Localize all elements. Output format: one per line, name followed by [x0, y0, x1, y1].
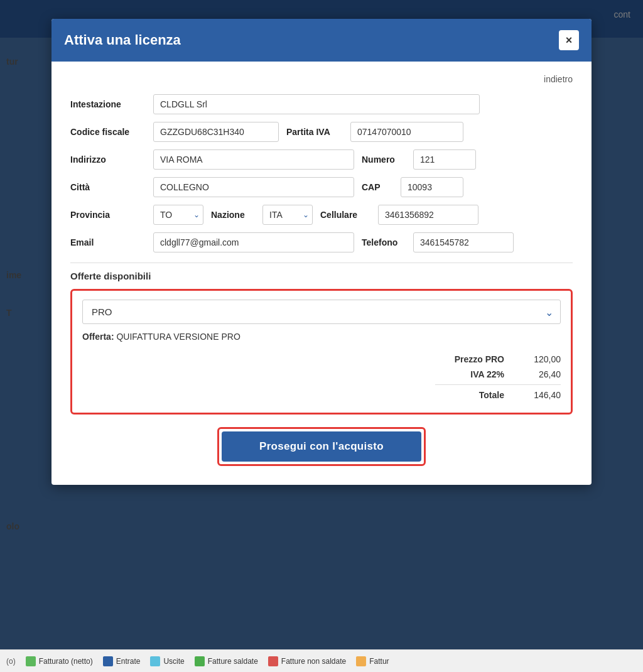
modal: Attiva una licenza × indietro Intestazio… — [51, 19, 592, 485]
offerta-name: QUIFATTURA VERSIONE PRO — [116, 332, 240, 342]
modal-overlay: Attiva una licenza × indietro Intestazio… — [0, 0, 643, 672]
proceed-btn-wrapper: Prosegui con l'acquisto — [70, 427, 573, 466]
offerte-box: PRO STANDARD BASIC ⌄ Offerta: QUIFATTURA… — [70, 289, 573, 415]
legend-label-entrate: Entrate — [116, 657, 141, 666]
legend-dot-fattur — [356, 656, 366, 666]
legend-dot-entrate — [103, 656, 113, 666]
legend-label-uscite: Uscite — [163, 657, 184, 666]
legend-label-fatture-non-saldate: Fatture non saldate — [281, 657, 346, 666]
cap-label: CAP — [362, 182, 393, 192]
proceed-btn-outer: Prosegui con l'acquisto — [217, 427, 426, 466]
iva-value: 26,40 — [517, 369, 561, 379]
numero-input[interactable] — [413, 149, 476, 170]
legend-item-uscite: Uscite — [150, 656, 184, 666]
numero-label: Numero — [362, 154, 406, 165]
prezzo-label: Prezzo PRO — [455, 354, 504, 364]
nazione-label: Nazione — [211, 210, 255, 220]
provincia-row: Provincia TO MI RM ⌄ Nazione ITA FRA — [70, 205, 573, 225]
iva-label: IVA 22% — [470, 369, 504, 379]
proceed-button[interactable]: Prosegui con l'acquisto — [222, 431, 421, 462]
email-label: Email — [70, 237, 146, 247]
offerte-section-label: Offerte disponibili — [70, 271, 573, 281]
legend-label-fatturato: Fatturato (netto) — [39, 657, 93, 666]
cellulare-label: Cellulare — [320, 210, 370, 220]
telefono-label: Telefono — [362, 237, 406, 247]
prezzo-row: Prezzo PRO 120,00 — [82, 352, 561, 367]
cap-input[interactable] — [401, 177, 463, 197]
modal-body: indietro Intestazione Codice fiscale Par… — [51, 62, 592, 485]
totale-row: Totale 146,40 — [82, 387, 561, 403]
pricing-divider — [435, 384, 561, 385]
legend-item-entrate: Entrate — [103, 656, 141, 666]
email-row: Email Telefono — [70, 232, 573, 252]
offerta-description: Offerta: QUIFATTURA VERSIONE PRO — [82, 332, 561, 342]
intestazione-row: Intestazione — [70, 94, 573, 114]
legend-prefix: (o) — [6, 657, 16, 666]
totale-label: Totale — [479, 390, 504, 400]
offerte-select-wrapper: PRO STANDARD BASIC ⌄ — [82, 300, 561, 324]
legend-dot-fatture-non-saldate — [268, 656, 278, 666]
iva-row: IVA 22% 26,40 — [82, 367, 561, 382]
nazione-select-wrapper: ITA FRA DEU ⌄ — [262, 205, 313, 225]
legend-dot-uscite — [150, 656, 160, 666]
email-input[interactable] — [153, 232, 354, 252]
pricing-table: Prezzo PRO 120,00 IVA 22% 26,40 Totale 1… — [82, 352, 561, 403]
modal-title: Attiva una licenza — [64, 32, 181, 48]
indirizzo-row: Indirizzo Numero — [70, 149, 573, 170]
partita-iva-input[interactable] — [350, 122, 463, 142]
close-button[interactable]: × — [559, 30, 579, 50]
legend-item-fatture-saldate: Fatture saldate — [195, 656, 258, 666]
cellulare-input[interactable] — [378, 205, 478, 225]
modal-header: Attiva una licenza × — [51, 19, 592, 62]
prezzo-value: 120,00 — [517, 354, 561, 364]
telefono-input[interactable] — [413, 232, 514, 252]
back-link[interactable]: indietro — [70, 74, 573, 84]
legend-item-fatturato: Fatturato (netto) — [26, 656, 93, 666]
form-grid: Intestazione Codice fiscale Partita IVA … — [70, 94, 573, 252]
provincia-select[interactable]: TO MI RM — [153, 205, 203, 225]
codice-fiscale-input[interactable] — [153, 122, 279, 142]
provincia-select-wrapper: TO MI RM ⌄ — [153, 205, 203, 225]
partita-iva-label: Partita IVA — [286, 127, 343, 137]
codice-fiscale-label: Codice fiscale — [70, 127, 146, 137]
nazione-select[interactable]: ITA FRA DEU — [262, 205, 313, 225]
legend-dot-fatture-saldate — [195, 656, 205, 666]
citta-row: Città CAP — [70, 177, 573, 197]
citta-label: Città — [70, 182, 146, 192]
legend-label-fattur: Fattur — [369, 657, 389, 666]
citta-input[interactable] — [153, 177, 354, 197]
codice-fiscale-row: Codice fiscale Partita IVA — [70, 122, 573, 142]
close-icon: × — [566, 34, 573, 47]
form-divider — [70, 263, 573, 263]
offerta-prefix: Offerta: — [82, 332, 114, 342]
offerte-select[interactable]: PRO STANDARD BASIC — [82, 300, 561, 324]
legend-label-fatture-saldate: Fatture saldate — [208, 657, 258, 666]
intestazione-label: Intestazione — [70, 99, 146, 109]
legend-item-fattur: Fattur — [356, 656, 389, 666]
totale-value: 146,40 — [517, 390, 561, 400]
intestazione-input[interactable] — [153, 94, 480, 114]
indirizzo-input[interactable] — [153, 149, 354, 170]
provincia-label: Provincia — [70, 210, 146, 220]
indirizzo-label: Indirizzo — [70, 154, 146, 165]
legend-item-fatture-non-saldate: Fatture non saldate — [268, 656, 346, 666]
legend-bar: (o) Fatturato (netto) Entrate Uscite Fat… — [0, 649, 643, 672]
legend-dot-fatturato — [26, 656, 36, 666]
